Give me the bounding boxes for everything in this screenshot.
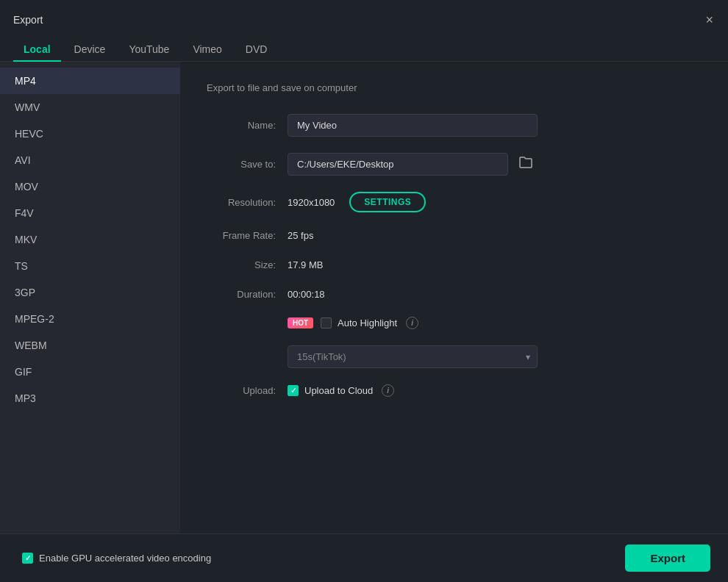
duration-row: Duration: 00:00:18: [207, 287, 702, 301]
save-to-label: Save to:: [207, 159, 288, 170]
size-control: 17.9 MB: [288, 258, 702, 271]
sidebar-item-mkv[interactable]: MKV: [0, 226, 180, 253]
tab-youtube[interactable]: YouTube: [118, 37, 179, 61]
duration-value: 00:00:18: [288, 289, 325, 300]
frame-rate-label: Frame Rate:: [207, 230, 288, 241]
upload-to-cloud-label: Upload to Cloud: [304, 385, 373, 396]
tab-device[interactable]: Device: [64, 37, 116, 61]
size-row: Size: 17.9 MB: [207, 258, 702, 271]
resolution-value: 1920x1080: [288, 197, 335, 208]
main-layout: MP4 WMV HEVC AVI MOV F4V MKV TS 3GP MPEG…: [0, 62, 728, 582]
resolution-control: 1920x1080 SETTINGS: [288, 192, 702, 212]
section-title: Export to file and save on computer: [207, 82, 702, 93]
upload-label: Upload:: [207, 385, 288, 396]
auto-highlight-checkbox[interactable]: [321, 317, 332, 328]
auto-highlight-row: HOT Auto Highlight i: [207, 317, 702, 329]
gpu-label: Enable GPU accelerated video encoding: [39, 553, 211, 564]
close-button[interactable]: ×: [704, 13, 715, 26]
save-to-wrapper: [288, 153, 702, 176]
tab-bar: Local Device YouTube Vimeo DVD: [0, 31, 728, 62]
sidebar-item-hevc[interactable]: HEVC: [0, 121, 180, 147]
auto-highlight-control: HOT Auto Highlight i: [288, 317, 702, 329]
upload-help-icon[interactable]: i: [382, 384, 394, 397]
sidebar-item-wmv[interactable]: WMV: [0, 94, 180, 121]
save-path-input[interactable]: [288, 153, 508, 176]
auto-highlight-label: Auto Highlight: [338, 317, 397, 328]
sidebar-item-mp4[interactable]: MP4: [0, 68, 180, 94]
sidebar-item-ts[interactable]: TS: [0, 253, 180, 279]
format-sidebar: MP4 WMV HEVC AVI MOV F4V MKV TS 3GP MPEG…: [0, 62, 180, 582]
duration-label: Duration:: [207, 289, 288, 300]
upload-to-cloud-checkbox[interactable]: [288, 385, 299, 396]
sidebar-item-mp3[interactable]: MP3: [0, 385, 180, 412]
resolution-row: Resolution: 1920x1080 SETTINGS: [207, 192, 702, 212]
sidebar-item-3gp[interactable]: 3GP: [0, 279, 180, 306]
highlight-dropdown-row: 15s(TikTok)30s(YouTube Shorts)60s(Instag…: [207, 345, 702, 368]
tab-dvd[interactable]: DVD: [235, 37, 278, 61]
settings-button[interactable]: SETTINGS: [349, 192, 426, 212]
browse-folder-button[interactable]: [515, 154, 536, 174]
upload-row: Upload: Upload to Cloud i: [207, 384, 702, 397]
name-control: [288, 114, 702, 137]
sidebar-item-avi[interactable]: AVI: [0, 147, 180, 173]
tab-local[interactable]: Local: [13, 37, 61, 61]
title-bar: Export ×: [0, 0, 728, 31]
upload-cloud-wrapper: Upload to Cloud i: [288, 384, 702, 397]
export-button[interactable]: Export: [625, 545, 710, 572]
frame-rate-row: Frame Rate: 25 fps: [207, 229, 702, 242]
sidebar-item-webm[interactable]: WEBM: [0, 332, 180, 359]
upload-control: Upload to Cloud i: [288, 384, 702, 397]
content-area: Export to file and save on computer Name…: [180, 62, 728, 582]
bottom-bar: Enable GPU accelerated video encoding Ex…: [0, 534, 728, 582]
sidebar-item-mov[interactable]: MOV: [0, 173, 180, 200]
frame-rate-value: 25 fps: [288, 230, 313, 241]
resolution-label: Resolution:: [207, 197, 288, 208]
hot-badge: HOT: [288, 317, 313, 328]
auto-highlight-checkbox-wrapper: Auto Highlight i: [321, 317, 418, 329]
name-input[interactable]: [288, 114, 538, 137]
sidebar-item-f4v[interactable]: F4V: [0, 200, 180, 226]
tab-vimeo[interactable]: Vimeo: [182, 37, 232, 61]
name-label: Name:: [207, 120, 288, 131]
size-value: 17.9 MB: [288, 259, 323, 270]
resolution-wrapper: 1920x1080 SETTINGS: [288, 192, 702, 212]
size-label: Size:: [207, 259, 288, 270]
gpu-check-wrapper: Enable GPU accelerated video encoding: [22, 553, 211, 564]
save-to-row: Save to:: [207, 153, 702, 176]
window-title: Export: [13, 14, 43, 26]
auto-highlight-wrapper: HOT Auto Highlight i: [288, 317, 702, 329]
sidebar-item-mpeg2[interactable]: MPEG-2: [0, 306, 180, 332]
gpu-checkbox[interactable]: [22, 553, 33, 564]
duration-control: 00:00:18: [288, 287, 702, 301]
sidebar-item-gif[interactable]: GIF: [0, 359, 180, 385]
frame-rate-control: 25 fps: [288, 229, 702, 242]
save-to-control: [288, 153, 702, 176]
auto-highlight-help-icon[interactable]: i: [406, 317, 418, 329]
highlight-dropdown-wrapper: 15s(TikTok)30s(YouTube Shorts)60s(Instag…: [288, 345, 538, 368]
highlight-dropdown[interactable]: 15s(TikTok)30s(YouTube Shorts)60s(Instag…: [288, 345, 538, 368]
name-row: Name:: [207, 114, 702, 137]
